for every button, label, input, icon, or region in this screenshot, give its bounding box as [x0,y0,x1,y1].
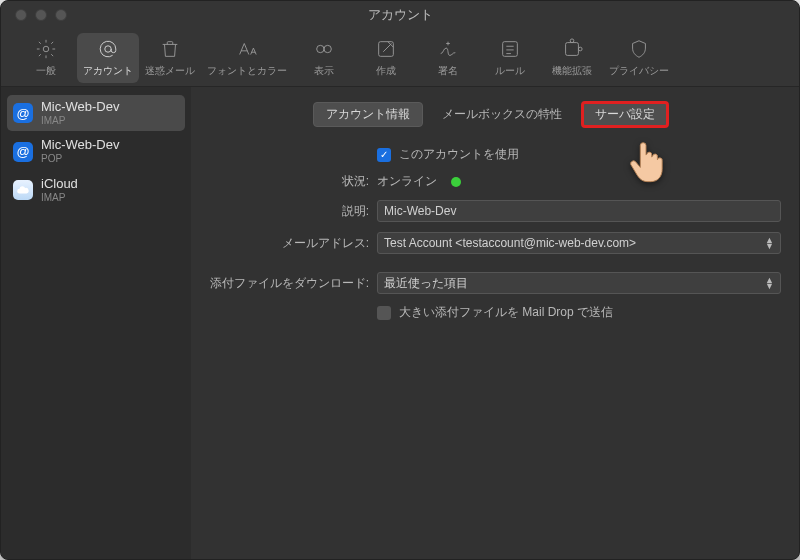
settings-panel: アカウント情報 メールボックスの特性 サーバ設定 ✓ このアカウントを使用 状況… [191,87,799,559]
toolbar-fonts[interactable]: フォントとカラー [201,33,293,83]
titlebar: アカウント [1,1,799,29]
signature-icon [437,38,459,60]
email-label: メールアドレス: [201,235,369,252]
toolbar-accounts[interactable]: アカウント [77,33,139,83]
account-type: IMAP [41,115,120,127]
account-type: POP [41,153,120,165]
account-item[interactable]: @ Mic-Web-Dev IMAP [7,95,185,131]
toolbar-label: ルール [495,64,525,78]
email-select[interactable]: Test Account <testaccount@mic-web-dev.co… [377,232,781,254]
account-type: IMAP [41,192,78,204]
svg-point-3 [324,45,331,52]
svg-rect-6 [566,42,579,55]
at-icon [97,38,119,60]
download-label: 添付ファイルをダウンロード: [201,275,369,292]
preferences-window: アカウント 一般 アカウント 迷惑メール フォントとカラー 表示 作成 署 [0,0,800,560]
maildrop-checkbox[interactable] [377,306,391,320]
trash-icon [159,38,181,60]
toolbar-extensions[interactable]: 機能拡張 [541,33,603,83]
toolbar-label: 機能拡張 [552,64,592,78]
tab-mailbox-behaviors[interactable]: メールボックスの特性 [429,102,575,127]
svg-point-7 [570,38,574,42]
toolbar-label: 一般 [36,64,56,78]
eyes-icon [313,38,335,60]
toolbar-rules[interactable]: ルール [479,33,541,83]
window-title: アカウント [1,6,799,24]
toolbar-composing[interactable]: 作成 [355,33,417,83]
row-description: 説明: Mic-Web-Dev [201,200,781,222]
tabbar: アカウント情報 メールボックスの特性 サーバ設定 [201,101,781,128]
toolbar-label: 作成 [376,64,396,78]
status-value: オンライン [377,173,437,190]
toolbar-label: フォントとカラー [207,64,287,78]
row-email: メールアドレス: Test Account <testaccount@mic-w… [201,232,781,254]
enable-account-label: このアカウントを使用 [399,146,519,163]
tab-account-info[interactable]: アカウント情報 [313,102,423,127]
compose-icon [375,38,397,60]
svg-point-2 [317,45,324,52]
account-item[interactable]: @ Mic-Web-Dev POP [7,133,185,169]
svg-point-0 [43,46,49,52]
chevron-updown-icon: ▲▼ [765,277,774,289]
status-label: 状況: [201,173,369,190]
toolbar-label: 迷惑メール [145,64,195,78]
toolbar-viewing[interactable]: 表示 [293,33,355,83]
row-maildrop: 大きい添付ファイルを Mail Drop で送信 [201,304,781,321]
privacy-icon [628,38,650,60]
toolbar-privacy[interactable]: プライバシー [603,33,675,83]
toolbar: 一般 アカウント 迷惑メール フォントとカラー 表示 作成 署名 ルール [1,29,799,87]
toolbar-label: アカウント [83,64,133,78]
download-select[interactable]: 最近使った項目 ▲▼ [377,272,781,294]
account-sidebar: @ Mic-Web-Dev IMAP @ Mic-Web-Dev POP iCl [1,87,191,559]
tab-server-settings[interactable]: サーバ設定 [581,101,669,128]
account-item[interactable]: iCloud IMAP [7,172,185,208]
toolbar-general[interactable]: 一般 [15,33,77,83]
toolbar-label: 表示 [314,64,334,78]
account-name: Mic-Web-Dev [41,100,120,115]
toolbar-label: 署名 [438,64,458,78]
cloud-icon [13,180,33,200]
toolbar-junk[interactable]: 迷惑メール [139,33,201,83]
content: @ Mic-Web-Dev IMAP @ Mic-Web-Dev POP iCl [1,87,799,559]
description-label: 説明: [201,203,369,220]
chevron-updown-icon: ▲▼ [765,237,774,249]
account-name: iCloud [41,177,78,192]
description-input[interactable]: Mic-Web-Dev [377,200,781,222]
at-icon: @ [13,142,33,162]
rules-icon [499,38,521,60]
status-online-icon [451,177,461,187]
toolbar-signatures[interactable]: 署名 [417,33,479,83]
extension-icon [561,38,583,60]
svg-rect-5 [503,41,518,56]
svg-point-1 [105,45,111,51]
font-icon [236,38,258,60]
row-download: 添付ファイルをダウンロード: 最近使った項目 ▲▼ [201,272,781,294]
enable-account-checkbox[interactable]: ✓ [377,148,391,162]
row-enable-account: ✓ このアカウントを使用 [201,146,781,163]
account-name: Mic-Web-Dev [41,138,120,153]
row-status: 状況: オンライン [201,173,781,190]
svg-point-8 [578,47,582,51]
maildrop-label: 大きい添付ファイルを Mail Drop で送信 [399,304,613,321]
gear-icon [35,38,57,60]
at-icon: @ [13,103,33,123]
toolbar-label: プライバシー [609,64,669,78]
